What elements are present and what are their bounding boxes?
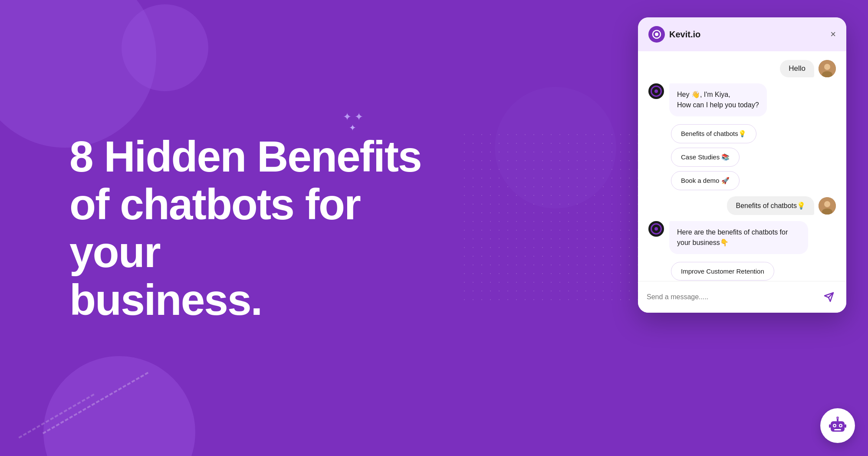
svg-point-15 bbox=[836, 416, 839, 419]
stars-decoration: ✦ ✦ ✦ bbox=[343, 111, 363, 132]
user-avatar-2 bbox=[819, 197, 836, 215]
bot-greeting-row: Hey 👋, I'm Kiya,How can I help you today… bbox=[648, 83, 836, 116]
svg-rect-13 bbox=[834, 429, 841, 430]
floating-bot-button[interactable] bbox=[820, 408, 855, 443]
chat-header-left: Kevit.io bbox=[648, 26, 700, 43]
suggestion-book-demo-btn[interactable]: Book a demo 🚀 bbox=[671, 171, 740, 190]
chat-brand-name: Kevit.io bbox=[669, 30, 700, 40]
chat-input-area bbox=[638, 281, 846, 313]
bot-greeting-bubble: Hey 👋, I'm Kiya,How can I help you today… bbox=[669, 83, 767, 116]
bot-response2-bubble: Here are the benefits of chatbots for yo… bbox=[669, 221, 808, 254]
decorative-circle-bottom-left bbox=[43, 356, 195, 456]
hero-title: 8 Hidden Benefits of chatbots for your b… bbox=[69, 132, 451, 324]
suggestion-case-studies-btn[interactable]: Case Studies 📚 bbox=[671, 148, 740, 167]
chat-header: Kevit.io × bbox=[638, 17, 846, 51]
bot-response2-row: Here are the benefits of chatbots for yo… bbox=[648, 221, 836, 254]
chat-messages: Hello Hey 👋, I'm Kiya,How can I help you… bbox=[638, 51, 846, 281]
svg-rect-17 bbox=[845, 424, 846, 428]
suggestion-buttons-row1: Benefits of chatbots💡 Case Studies 📚 Boo… bbox=[671, 124, 836, 190]
suggestion-benefits-btn[interactable]: Benefits of chatbots💡 bbox=[671, 124, 756, 143]
svg-rect-16 bbox=[829, 424, 831, 428]
svg-point-11 bbox=[834, 425, 835, 426]
svg-point-6 bbox=[824, 201, 830, 207]
user-avatar bbox=[819, 60, 836, 77]
svg-point-3 bbox=[824, 64, 830, 70]
user-response-bubble: Benefits of chatbots💡 bbox=[727, 196, 814, 215]
hello-message-row: Hello bbox=[648, 60, 836, 77]
chat-input[interactable] bbox=[647, 293, 815, 301]
suggestion-customer-retention-btn[interactable]: Improve Customer Retention bbox=[671, 262, 774, 281]
decorative-circle-top-left-2 bbox=[122, 4, 208, 91]
svg-point-1 bbox=[655, 33, 658, 36]
bot-logo-icon bbox=[648, 83, 664, 99]
hero-section: 8 Hidden Benefits of chatbots for your b… bbox=[69, 132, 451, 324]
background: 8 Hidden Benefits of chatbots for your b… bbox=[0, 0, 868, 456]
chat-logo bbox=[648, 26, 665, 43]
suggestion-buttons-row2: Improve Customer Retention Extend sessio… bbox=[671, 262, 836, 281]
hello-bubble: Hello bbox=[780, 60, 814, 77]
send-button[interactable] bbox=[820, 288, 838, 306]
close-button[interactable]: × bbox=[830, 29, 836, 40]
chat-widget: Kevit.io × Hello He bbox=[638, 17, 846, 313]
user-response-row: Benefits of chatbots💡 bbox=[648, 196, 836, 215]
bot-logo-icon-2 bbox=[648, 221, 664, 237]
svg-point-12 bbox=[840, 425, 842, 426]
